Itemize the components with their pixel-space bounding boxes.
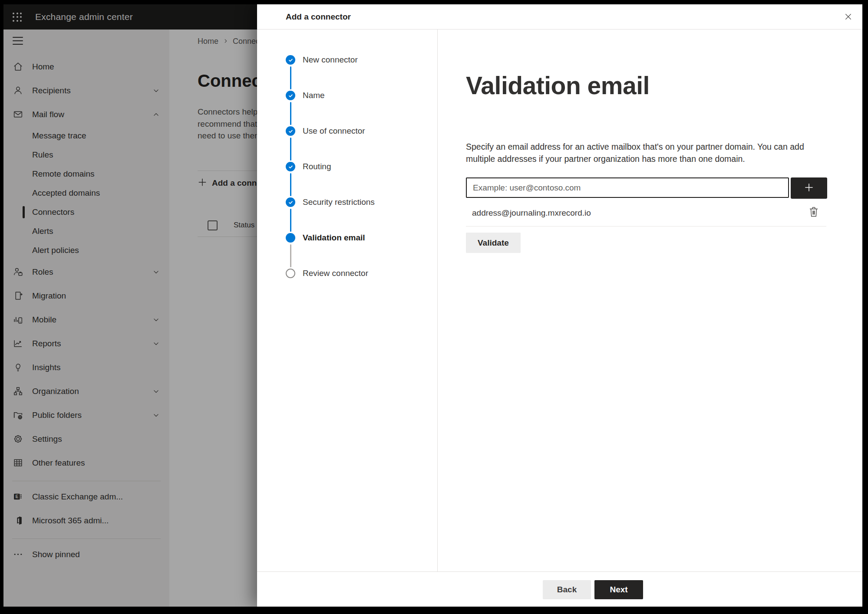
check-icon	[287, 164, 294, 170]
dialog-header: Add a connector	[257, 4, 862, 30]
step-validation-email[interactable]: Validation email	[303, 233, 365, 243]
validation-email-step-panel: Validation email Specify an email addres…	[438, 30, 862, 571]
step-new-connector[interactable]: New connector	[303, 55, 358, 65]
added-address: address@journaling.mxrecord.io	[472, 208, 591, 218]
plus-icon	[803, 182, 815, 194]
step-indicator-name	[286, 91, 295, 100]
check-icon	[287, 128, 294, 135]
stepper-connector-line	[290, 173, 291, 196]
validate-button[interactable]: Validate	[466, 233, 521, 253]
back-button[interactable]: Back	[543, 580, 591, 599]
step-use-of-connector[interactable]: Use of connector	[303, 126, 365, 136]
step-name[interactable]: Name	[303, 91, 325, 100]
added-address-row: address@journaling.mxrecord.io	[466, 200, 826, 227]
delete-address-button[interactable]	[806, 206, 821, 220]
dialog-body: New connectorNameUse of connectorRouting…	[257, 30, 862, 571]
step-heading: Validation email	[466, 71, 650, 100]
step-indicator-review-connector	[286, 269, 295, 278]
step-security-restrictions[interactable]: Security restrictions	[303, 197, 375, 207]
step-indicator-security-restrictions	[286, 197, 295, 207]
step-description: Specify an email address for an active m…	[466, 141, 813, 165]
add-email-button[interactable]	[791, 177, 827, 199]
app-window: Exchange admin center HomeRecipientsMail…	[3, 4, 862, 607]
trash-icon	[809, 206, 819, 220]
check-icon	[287, 92, 294, 99]
step-indicator-routing	[286, 162, 295, 171]
stepper-connector-line	[290, 66, 291, 89]
close-icon[interactable]	[841, 9, 855, 24]
step-indicator-new-connector	[286, 55, 295, 65]
stepper-connector-line	[290, 138, 291, 161]
email-entry-row	[466, 177, 827, 199]
stepper-connector-line	[290, 102, 291, 125]
stepper-connector-line	[290, 209, 291, 232]
dialog-title: Add a connector	[286, 12, 351, 22]
step-review-connector[interactable]: Review connector	[303, 269, 368, 278]
validation-email-input[interactable]	[466, 177, 789, 198]
check-icon	[287, 199, 294, 206]
step-indicator-validation-email	[286, 233, 295, 243]
dialog-footer: Back Next	[257, 571, 862, 607]
next-button[interactable]: Next	[594, 580, 643, 599]
wizard-stepper: New connectorNameUse of connectorRouting…	[257, 30, 438, 571]
step-routing[interactable]: Routing	[303, 162, 331, 171]
stepper-connector-line	[290, 244, 291, 267]
add-connector-dialog: Add a connector New connectorNameUse of …	[257, 4, 862, 607]
check-icon	[287, 57, 294, 63]
step-indicator-use-of-connector	[286, 126, 295, 136]
